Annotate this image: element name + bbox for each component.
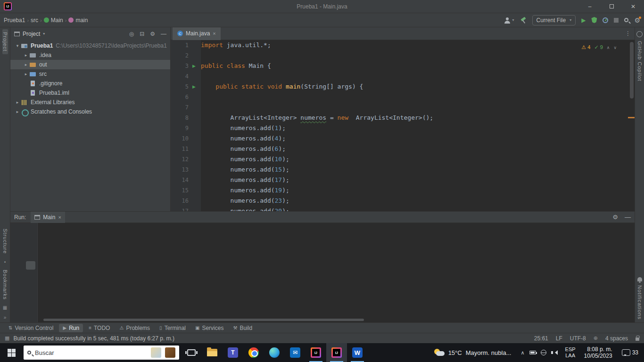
profiler-button[interactable] [603, 17, 608, 23]
tree-row[interactable]: ▸ .idea [10, 50, 170, 60]
run-gutter-icon[interactable] [192, 61, 201, 71]
run-button[interactable]: ▶ [581, 17, 586, 24]
menu-item[interactable] [92, 5, 99, 8]
tree-expand-arrow[interactable]: ▾ [14, 43, 21, 48]
console-toolbar-icon[interactable] [26, 226, 35, 234]
menu-item[interactable] [75, 5, 83, 8]
inspections-widget[interactable]: ⚠ 4 ✓ 9 ∧ ∨ [579, 44, 619, 51]
panel-settings-gear-icon[interactable]: ⚙ [150, 31, 155, 37]
word-button[interactable]: W [347, 343, 368, 362]
status-grid-icon[interactable]: ▦ [5, 335, 9, 341]
editor-options-icon[interactable]: ⋮ [625, 30, 631, 37]
battery-icon[interactable] [529, 351, 536, 354]
breadcrumb-item[interactable]: src › [31, 17, 42, 24]
tree-expand-arrow[interactable]: ▸ [14, 109, 21, 114]
menu-item[interactable] [109, 5, 116, 8]
tool-window-button[interactable]: ⚒ Build [229, 324, 256, 332]
github-copilot-icon[interactable] [636, 31, 643, 37]
tool-stripe-bookmarks[interactable]: Bookmarks [2, 267, 8, 303]
coverage-button[interactable] [591, 17, 597, 23]
tool-stripe-more-icon[interactable]: » [4, 313, 7, 322]
console-toolbar-icon[interactable] [12, 273, 22, 281]
task-view-button[interactable] [181, 343, 202, 362]
tree-row[interactable]: .gitignore [10, 79, 170, 88]
language-indicator[interactable]: ESP LAA [561, 346, 579, 359]
lock-icon[interactable] [636, 337, 639, 341]
breadcrumb-item[interactable]: main [68, 17, 90, 24]
tray-expand-chevron[interactable]: ∧ [521, 350, 525, 356]
weather-widget[interactable]: 15°C Mayorm. nubla... [429, 343, 517, 362]
console-toolbar-icon[interactable] [12, 285, 22, 293]
notifications-bell-icon[interactable] [637, 277, 642, 281]
tool-stripe-notifications[interactable]: Notifications [637, 282, 643, 322]
tree-row[interactable]: ▸ External Libraries [10, 98, 170, 107]
warning-stripe-mark[interactable] [628, 117, 635, 118]
tool-stripe-copilot[interactable]: GitHub Copilot [637, 38, 643, 84]
hide-panel-icon[interactable]: — [161, 31, 166, 37]
collapse-all-icon[interactable]: ⊟ [140, 31, 144, 37]
tree-row[interactable]: Prueba1.iml [10, 88, 170, 98]
run-tab-main[interactable]: Main × [31, 212, 65, 223]
stop-button[interactable] [614, 18, 619, 23]
console-toolbar-icon[interactable] [26, 238, 35, 246]
console-toolbar-icon[interactable] [26, 296, 35, 305]
tree-row[interactable]: ▸ src [10, 69, 170, 79]
taskbar-search[interactable]: Buscar [24, 346, 179, 360]
tree-expand-arrow[interactable]: ▸ [23, 72, 29, 76]
close-tab-icon[interactable]: × [58, 214, 61, 220]
tool-stripe-structure[interactable]: Structure [2, 226, 8, 257]
chevron-down-icon[interactable]: ▾ [43, 32, 45, 36]
project-panel-title[interactable]: Project [23, 31, 40, 37]
menu-item[interactable] [41, 5, 49, 8]
code-editor[interactable]: 1 import java.util.*; 2 [171, 40, 635, 211]
breadcrumb-item[interactable]: Prueba1 › [4, 17, 29, 24]
search-everywhere-icon[interactable] [624, 18, 628, 22]
prev-problem-icon[interactable]: ∧ [607, 45, 610, 50]
tool-window-button[interactable]: ⇅ Version Control [5, 324, 57, 332]
tool-stripe-project[interactable]: Project [2, 29, 8, 54]
console-toolbar-icon[interactable] [12, 296, 22, 305]
editor-tab-main-java[interactable]: Main.java × [173, 27, 221, 40]
edge-button[interactable] [264, 343, 285, 362]
menu-item[interactable] [58, 5, 66, 8]
editor-scrollbar[interactable] [630, 42, 634, 99]
search-briefcase-thumbnail[interactable] [165, 347, 175, 358]
menu-item[interactable] [24, 5, 32, 8]
tree-row[interactable]: ▸ out [10, 60, 170, 69]
next-problem-icon[interactable]: ∨ [613, 45, 617, 50]
tool-window-button[interactable]: ≡ TODO [85, 324, 114, 332]
globe-icon[interactable]: ⊕ [594, 335, 598, 341]
breadcrumb-item[interactable]: Main › [44, 17, 67, 24]
build-hammer-icon[interactable] [520, 17, 527, 24]
tool-window-button[interactable]: ▯ Terminal [156, 324, 190, 332]
menu-item[interactable] [66, 5, 74, 8]
clock[interactable]: 8:08 p. m. 10/05/2023 [579, 346, 617, 359]
console-toolbar-icon[interactable] [12, 249, 22, 258]
console-toolbar-icon[interactable] [26, 249, 35, 258]
network-icon[interactable] [541, 350, 546, 355]
tool-window-button[interactable]: ▣ Services [191, 324, 227, 332]
console-toolbar-icon[interactable] [26, 273, 35, 281]
console-toolbar-icon[interactable] [12, 238, 22, 246]
console-toolbar-icon[interactable] [12, 261, 22, 270]
hide-panel-icon[interactable]: — [625, 214, 631, 221]
file-explorer-button[interactable] [202, 343, 223, 362]
status-message[interactable]: Build completed successfully in 5 sec, 4… [13, 335, 174, 342]
intellij-button-1[interactable] [305, 343, 326, 362]
line-separator[interactable]: LF [556, 335, 562, 342]
run-gutter-icon[interactable] [192, 82, 201, 92]
locate-file-icon[interactable]: ◎ [129, 31, 134, 37]
console-toolbar-icon[interactable] [26, 261, 35, 270]
menu-item[interactable] [16, 5, 23, 8]
caret-position[interactable]: 25:61 [534, 335, 548, 342]
settings-gear-icon[interactable]: ⚙ [634, 17, 640, 24]
volume-icon[interactable] [551, 350, 558, 355]
run-settings-gear-icon[interactable]: ⚙ [612, 214, 618, 221]
tree-expand-arrow[interactable]: ▸ [23, 62, 29, 67]
file-encoding[interactable]: UTF-8 [570, 335, 586, 342]
start-button[interactable] [1, 343, 22, 362]
tree-expand-arrow[interactable]: ▸ [14, 100, 21, 105]
console-toolbar-icon[interactable] [26, 285, 35, 293]
indent-setting[interactable]: 4 spaces [605, 335, 628, 342]
teams-button[interactable]: T [223, 343, 243, 362]
